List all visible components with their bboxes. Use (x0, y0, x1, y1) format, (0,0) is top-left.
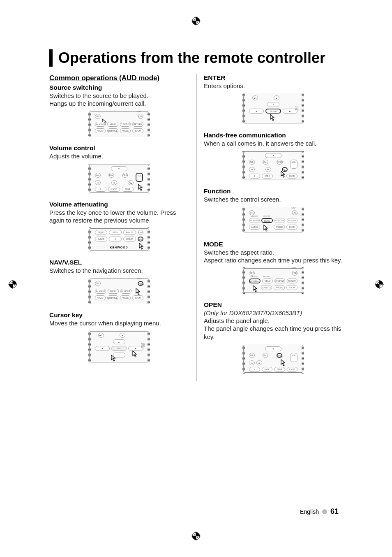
block-function: Function Switches the control screen. SR… (204, 188, 343, 233)
remote-btn-phone: 📞 (128, 180, 134, 185)
remote-btn-zoom: ZOOM (132, 128, 143, 133)
page-title: Operations from the remote controller (49, 49, 343, 67)
block-text: Switches to the source to be played.Hang… (49, 92, 189, 107)
remote-btn-menu: MENU (107, 122, 118, 127)
pointer-icon (130, 350, 138, 358)
block-title: ENTER (204, 74, 343, 81)
remote-label-disp: DISP (137, 111, 142, 113)
remote-figure-att: 7PQRS 8TUV 9WXYZ R.VOL CLEAR 0 DIRECT AT… (49, 227, 189, 251)
block-text: Press the key once to lower the volume. … (49, 209, 189, 224)
remote-btn-down: ▼ (265, 153, 281, 158)
remote-btn-stop: ■ (274, 95, 279, 100)
remote-btn-left: ◀ (95, 346, 110, 351)
block-title: Function (204, 188, 343, 195)
remote-btn-1: 1 (249, 174, 260, 179)
remote-btn-2: 2ABC (108, 187, 120, 192)
remote-btn-down: ▼ (265, 346, 281, 351)
block-text: Adjusts the volume. (49, 152, 189, 160)
remote-btn-playpause: ▶II (98, 333, 104, 338)
block-title: Cursor key (49, 311, 189, 319)
block-text: Enters options. (204, 82, 343, 90)
block-mode: MODE Switches the aspect ratio.Aspect ra… (204, 241, 343, 294)
remote-figure-handsfree: ▼ AM− FM+ OPEN VOL ◂◂ ▸▸ 📞 (204, 151, 343, 180)
remote-btn-src: SRC (249, 210, 255, 215)
remote-btn-subtitle: SUBTITLE (107, 295, 118, 300)
remote-btn-0: 0 (109, 237, 122, 241)
remote-figure-open: ▼ AM− FM+ OPEN VOL ◂◂ ▸▸ (204, 344, 343, 374)
remote-btn-avmenu: AV MENU (249, 218, 260, 223)
remote-btn-subtitle: SUBTITLE (261, 285, 272, 290)
registration-mark-left (8, 280, 17, 289)
registration-mark-right (375, 280, 384, 289)
remote-btn-up: ▲ (267, 102, 279, 107)
block-title: NAV/V.SEL (49, 259, 189, 266)
remote-btn-avmenu: AV MENU (95, 289, 106, 294)
remote-btn-enter: ENTER (265, 109, 281, 114)
block-text: Switches the aspect ratio.Aspect ratio c… (204, 248, 343, 264)
pointer-icon (136, 183, 144, 192)
pointer-icon (268, 114, 276, 122)
remote-btn-playpause: ▶II (252, 95, 258, 100)
block-nav-vsel: NAV/V.SEL Switches to the navigation scr… (49, 259, 189, 304)
remote-figure-nav: SRC V.SEL DISP AV MENU MENU O SETUP (49, 278, 189, 304)
remote-btn-rvol: R.VOL (138, 230, 143, 235)
remote-btn-am: AM− (95, 173, 101, 178)
remote-btn-fm: FM+ (263, 160, 268, 165)
remote-btn-open: OPEN (277, 160, 282, 165)
remote-btn-3: 3DEF (274, 367, 285, 372)
remote-btn-rew: ◂◂ (95, 180, 101, 185)
remote-btn-src: SRC (95, 281, 101, 286)
remote-btn-down: ▼ (111, 166, 127, 171)
remote-btn-osetup: O SETUP (274, 278, 285, 283)
registration-mark-bottom (191, 531, 201, 541)
pointer-icon (261, 224, 270, 232)
remote-btn-vsel: V.SEL (138, 114, 143, 119)
right-column: ENTER Enters options. ▶II ■ ▲ (196, 74, 343, 381)
pointer-icon (279, 170, 287, 179)
footer-page-number: 61 (330, 507, 339, 516)
remote-btn-zoom: ZOOM (286, 285, 297, 290)
block-volume-attenuating: Volume attenuating Press the key once to… (49, 201, 189, 251)
remote-figure-src: SRC V.SEL DISP AV MENU MENU (49, 111, 189, 137)
remote-btn-menu: MENU (108, 289, 119, 294)
remote-label-disp: DISP (137, 278, 142, 280)
registration-mark-top (191, 16, 201, 26)
remote-btn-menu: MENU (261, 218, 273, 223)
remote-btn-open: OPEN (277, 353, 282, 358)
remote-figure-vol: ▼ AM− FM+ OPEN VOL ◂◂ ▸▸ 📞 (49, 164, 189, 193)
remote-btn-3: 3DEF (122, 187, 134, 192)
remote-btn-osetup: O SETUP (120, 289, 131, 294)
remote-btn-vsel: V.SEL (138, 281, 143, 286)
remote-btn-vol-rocker: VOL (136, 173, 143, 182)
remote-btn-am: AM− (249, 160, 255, 165)
remote-btn-am: AM− (249, 353, 255, 358)
remote-label-tv: TV (141, 347, 145, 349)
block-title: Volume attenuating (49, 201, 189, 208)
block-source-switching: Source switching Switches to the source … (49, 84, 189, 137)
block-text: Switches to the navigation screen. (49, 267, 189, 274)
pointer-icon (137, 242, 145, 251)
block-title: OPEN (204, 301, 343, 309)
remote-btn-enter: EN (111, 346, 127, 351)
remote-btn-menu: MENU (262, 278, 273, 283)
block-cursor-key: Cursor key Moves the cursor when display… (49, 311, 189, 363)
block-title: MODE (204, 241, 343, 248)
block-italic: (Only for DDX6023BT/DDX6053BT) (204, 309, 302, 316)
remote-btn-zoom: ZOOM (286, 174, 297, 179)
pointer-icon (279, 359, 287, 367)
block-title: Hands-free communication (204, 132, 343, 139)
remote-btn-audio: AUDIO (95, 128, 106, 133)
remote-btn-rew: ◂◂ (249, 360, 255, 365)
remote-btn-rvol: R.VOL (287, 367, 298, 372)
footer-dot-icon (322, 509, 327, 514)
remote-btn-ff: ▸▸ (265, 167, 271, 172)
remote-btn-9: 9WXYZ (123, 230, 136, 235)
remote-btn-osetup: O SETUP (120, 122, 131, 127)
remote-btn-rew: ◂◂ (249, 167, 255, 172)
footer-language: English (300, 508, 319, 515)
block-enter: ENTER Enters options. ▶II ■ ▲ (204, 74, 343, 124)
remote-btn-stop: ■ (120, 333, 125, 338)
remote-figure-cursor: ▶II ■ ▲ ◀ EN ▶ (49, 330, 189, 363)
block-text: Moves the cursor when displaying menu. (49, 319, 189, 327)
remote-label-disp: DISP (291, 267, 296, 269)
